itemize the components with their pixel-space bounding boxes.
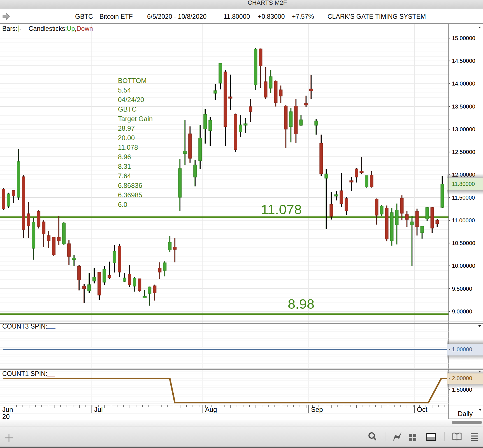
- svg-text:11.50000: 11.50000: [452, 195, 475, 201]
- svg-text:Bars:: Bars:: [2, 25, 17, 32]
- svg-text:12.50000: 12.50000: [452, 149, 475, 155]
- svg-text:11.80000: 11.80000: [452, 181, 475, 187]
- svg-text:8.98: 8.98: [288, 296, 314, 311]
- svg-text:11.078: 11.078: [261, 202, 302, 217]
- svg-text:Target Gain: Target Gain: [118, 115, 153, 123]
- svg-text:6/5/2020 - 10/8/2020: 6/5/2020 - 10/8/2020: [147, 13, 206, 20]
- svg-text:20.00: 20.00: [118, 134, 135, 142]
- svg-text:BOTTOM: BOTTOM: [118, 77, 147, 84]
- svg-text:11.078: 11.078: [118, 144, 138, 151]
- svg-text:15.00000: 15.00000: [452, 35, 475, 41]
- svg-text:CLARK'S GATE TIMING SYSTEM: CLARK'S GATE TIMING SYSTEM: [328, 13, 426, 20]
- svg-text:1.00000: 1.00000: [452, 346, 472, 352]
- svg-text:6.36985: 6.36985: [118, 191, 142, 199]
- svg-text:+0.83000: +0.83000: [258, 13, 285, 20]
- svg-text:10.50000: 10.50000: [452, 240, 475, 246]
- svg-text:Jul: Jul: [94, 406, 103, 413]
- svg-text:28.97: 28.97: [118, 124, 135, 132]
- svg-text:14.00000: 14.00000: [452, 80, 475, 87]
- svg-text:Aug: Aug: [205, 406, 217, 413]
- svg-text:COUNT3 SPIN:: COUNT3 SPIN:: [2, 323, 47, 330]
- svg-text:Down: Down: [76, 25, 93, 32]
- svg-text:9.00000: 9.00000: [452, 308, 472, 315]
- svg-text:Bitcoin ETF: Bitcoin ETF: [99, 13, 133, 20]
- svg-text:Daily: Daily: [458, 410, 473, 417]
- svg-text:6.86836: 6.86836: [118, 182, 142, 189]
- svg-text:13.50000: 13.50000: [452, 103, 475, 110]
- svg-text:2.00000: 2.00000: [452, 375, 472, 381]
- svg-text:Jun: Jun: [2, 406, 13, 413]
- svg-text:8.31: 8.31: [118, 163, 131, 170]
- svg-text:Candlesticks:: Candlesticks:: [29, 25, 67, 32]
- svg-text:COUNT1 SPIN:: COUNT1 SPIN:: [2, 370, 47, 377]
- svg-text:-: -: [19, 25, 22, 32]
- svg-text:14.50000: 14.50000: [452, 58, 475, 64]
- svg-text:8.96: 8.96: [118, 153, 131, 161]
- svg-text:1.50000: 1.50000: [452, 387, 472, 393]
- svg-text:GBTC: GBTC: [75, 13, 93, 20]
- svg-text:GBTC: GBTC: [118, 105, 137, 113]
- svg-text:11.00000: 11.00000: [452, 217, 475, 223]
- svg-text:Up: Up: [67, 25, 75, 32]
- svg-text:Oct: Oct: [417, 406, 428, 413]
- svg-text:20: 20: [2, 413, 10, 420]
- svg-text:13.00000: 13.00000: [452, 126, 475, 132]
- svg-text:04/24/20: 04/24/20: [118, 96, 144, 103]
- svg-text:7.64: 7.64: [118, 172, 131, 180]
- svg-text:9.50000: 9.50000: [452, 286, 472, 292]
- svg-text:11.80000: 11.80000: [224, 13, 250, 20]
- svg-text:CHARTS M2F: CHARTS M2F: [248, 0, 287, 6]
- svg-text:+7.57%: +7.57%: [292, 13, 314, 20]
- svg-text:Sep: Sep: [311, 406, 323, 413]
- svg-text:6.0: 6.0: [118, 201, 127, 208]
- svg-text:10.00000: 10.00000: [452, 263, 475, 269]
- svg-text:5.54: 5.54: [118, 86, 131, 94]
